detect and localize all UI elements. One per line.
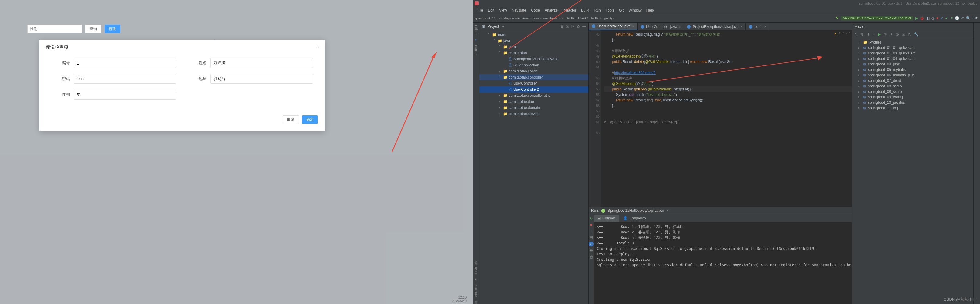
maven-module[interactable]: ›mspringboot_05_mybatis <box>852 67 973 72</box>
stop-icon[interactable]: ■ <box>590 222 592 227</box>
commit-tab[interactable]: Commit <box>474 45 477 55</box>
tree-item[interactable]: ˅📁com.taotao <box>479 50 589 56</box>
breadcrumb-item[interactable]: controller <box>562 16 576 20</box>
favorites-tab[interactable]: Favorites <box>474 261 477 274</box>
menu-edit[interactable]: Edit <box>486 8 496 13</box>
git-update-icon[interactable]: ↙ <box>940 16 943 21</box>
menu-file[interactable]: File <box>475 8 485 13</box>
endpoints-tab[interactable]: 👤Endpoints <box>619 215 649 222</box>
name-field[interactable] <box>210 58 313 68</box>
tree-item[interactable]: ›📁com.taotao.config <box>479 68 589 74</box>
breadcrumb-item[interactable]: src <box>516 16 521 20</box>
editor-tab[interactable]: UserController2.java× <box>589 23 638 30</box>
close-icon[interactable]: × <box>316 45 319 50</box>
breadcrumb-item[interactable]: com <box>541 16 548 20</box>
run-config-name[interactable]: Springboot12HotDeployApplication <box>608 208 664 213</box>
generate-icon[interactable]: ⊕ <box>861 32 864 37</box>
menu-help[interactable]: Help <box>644 8 656 13</box>
menu-refactor[interactable]: Refactor <box>560 8 578 13</box>
maven-module[interactable]: ›mspringboot_07_druid <box>852 78 973 83</box>
debug-icon[interactable]: 🐞 <box>920 16 924 21</box>
query-button[interactable]: 查询 <box>85 25 102 33</box>
search-input[interactable] <box>27 25 82 33</box>
rollback-icon[interactable]: ↶ <box>961 16 964 21</box>
editor-tab[interactable]: UserController.java× <box>638 24 684 30</box>
menu-build[interactable]: Build <box>579 8 592 13</box>
coverage-icon[interactable]: ◧ <box>926 16 929 21</box>
select-opened-icon[interactable]: ⊕ <box>560 24 563 29</box>
menu-analyze[interactable]: Analyze <box>542 8 560 13</box>
tree-item[interactable]: ⒸSSMApplication <box>479 62 589 68</box>
tree-item[interactable]: ⒸUserController <box>479 80 589 86</box>
trash-icon[interactable]: 🗑 <box>589 255 593 259</box>
skip-tests-icon[interactable]: ⊘ <box>896 32 899 37</box>
rerun-icon[interactable]: ↻ <box>590 216 593 221</box>
restart-icon[interactable]: ↻ <box>589 242 593 246</box>
menu-window[interactable]: Window <box>627 8 644 13</box>
maven-module[interactable]: ›mspringboot_06_mabatis_plus <box>852 72 973 78</box>
tree-item[interactable]: ˅📁com <box>479 44 589 50</box>
settings-icon[interactable]: 🔧 <box>914 32 919 37</box>
maven-module[interactable]: ›mspringboot_08_ssmp <box>852 89 973 94</box>
sex-field[interactable] <box>73 90 176 99</box>
maven-module[interactable]: ›mspringboot_09_config <box>852 94 973 100</box>
collapse-icon[interactable]: ⇱ <box>908 32 911 37</box>
collapse-all-icon[interactable]: ⇱ <box>571 24 574 29</box>
search-icon[interactable]: 🔍 <box>966 16 970 21</box>
maven-module[interactable]: ›mspringboot_11_log <box>852 105 973 111</box>
code-editor[interactable]: 45474849505153545556575859606163 return … <box>589 30 852 206</box>
editor-tab[interactable]: pom.× <box>746 24 770 30</box>
download-icon[interactable]: ⬇ <box>867 32 870 37</box>
maven-module[interactable]: ›mspringboot_04_junit <box>852 61 973 67</box>
console-tab[interactable]: ▣Console <box>593 215 619 222</box>
tree-item[interactable]: ›📁com.taotao.controller.utils <box>479 93 589 99</box>
cancel-button[interactable]: 取消 <box>283 115 299 124</box>
breadcrumb-item[interactable]: taotao <box>550 16 560 20</box>
addr-field[interactable] <box>210 74 313 84</box>
tree-item[interactable]: ˅📁com.taotao.controller <box>479 74 589 80</box>
menu-run[interactable]: Run <box>592 8 603 13</box>
maven-module[interactable]: ›mspringboot_08_ssmp <box>852 83 973 89</box>
id-field[interactable] <box>73 58 176 68</box>
layout-icon[interactable]: ▤ <box>589 235 593 240</box>
expand-icon[interactable]: ⇲ <box>902 32 905 37</box>
breadcrumb-item[interactable]: java <box>533 16 539 20</box>
new-button[interactable]: 新建 <box>105 25 120 33</box>
tree-item[interactable]: ⒸUserController2 <box>479 86 589 93</box>
ok-button[interactable]: 确定 <box>302 115 318 124</box>
inspection-widget[interactable]: ▲1 ^2 ˅ <box>834 32 851 35</box>
git-push-icon[interactable]: ↗ <box>950 16 953 21</box>
breadcrumb-item[interactable]: springboot_12_hot_deploy <box>474 16 514 20</box>
profile-icon[interactable]: ◷ <box>931 16 934 21</box>
menu-navigate[interactable]: Navigate <box>510 8 528 13</box>
tree-item[interactable]: ˅📁java <box>479 38 589 44</box>
exec-icon[interactable]: m <box>884 32 887 37</box>
tree-item[interactable]: ›📁com.taotao.domain <box>479 105 589 111</box>
run-icon[interactable]: ▶ <box>878 32 881 37</box>
stop-icon[interactable]: ■ <box>936 16 939 21</box>
maven-module[interactable]: ›mspringboot_01_01_quickstart <box>852 45 973 51</box>
project-tree[interactable]: ˅📁main˅📁java˅📁com˅📁com.taotao ⒸSpringboo… <box>479 30 589 304</box>
run-icon[interactable]: ▶ <box>915 16 918 21</box>
project-view-icon[interactable]: ▣ <box>482 24 485 29</box>
maven-profiles[interactable]: ›📁Profiles <box>852 40 973 45</box>
editor-tab[interactable]: ProjectExceptionAdvice.java× <box>684 24 746 30</box>
maven-module[interactable]: ›mspringboot_01_03_quickstart <box>852 51 973 56</box>
pwd-field[interactable] <box>73 74 176 84</box>
code-content[interactable]: return new Result(flag, flag ? "更新数据成功^_… <box>601 30 852 206</box>
expand-all-icon[interactable]: ⇲ <box>566 24 569 29</box>
hide-icon[interactable]: — <box>582 24 586 29</box>
tree-item[interactable]: ›📁com.taotao.dao <box>479 99 589 105</box>
breadcrumb-item[interactable]: UserController2 <box>578 16 601 20</box>
settings-icon[interactable]: ✿ <box>577 24 580 29</box>
toggle-offline-icon[interactable]: ✈ <box>890 32 893 37</box>
menu-code[interactable]: Code <box>529 8 542 13</box>
add-icon[interactable]: + <box>873 32 875 37</box>
project-tab[interactable]: Project <box>474 25 477 34</box>
git-history-icon[interactable]: 🕘 <box>955 16 959 21</box>
print-icon[interactable]: 🖶 <box>589 248 593 253</box>
breadcrumb-item[interactable]: getById <box>604 16 615 20</box>
menu-tools[interactable]: Tools <box>604 8 616 13</box>
tree-item[interactable]: ⒸSpringboot12HotDeployApp <box>479 56 589 62</box>
git-commit-icon[interactable]: ✔ <box>945 16 948 21</box>
